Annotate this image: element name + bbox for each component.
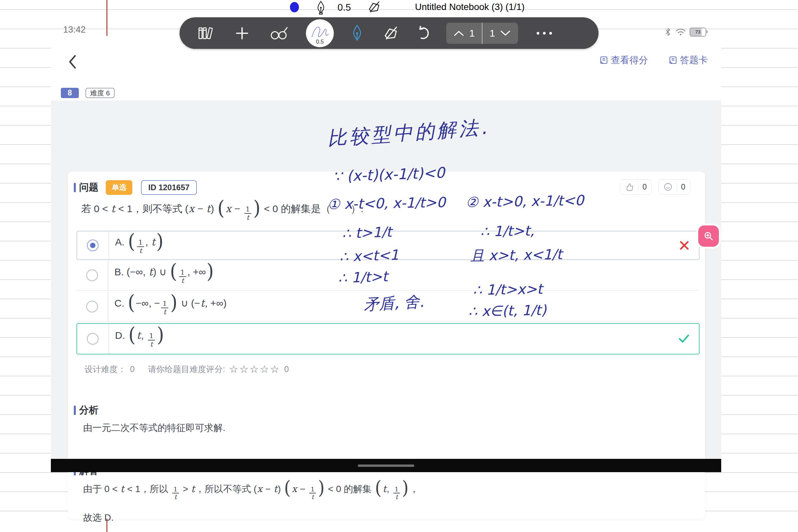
thumbs-up-icon — [625, 182, 634, 191]
page-up-button[interactable]: 1 — [446, 23, 482, 44]
pen-size-label: 0.5 — [338, 2, 351, 13]
page-number-right: 1 — [490, 27, 495, 39]
option-column-divider — [108, 292, 108, 321]
design-difficulty-label: 设计难度： — [84, 364, 126, 375]
battery-percent: 73 — [695, 29, 701, 35]
option-b-text: B. (−∞, t) ∪ (1t, +∞) — [114, 266, 214, 285]
active-color-dot — [290, 2, 299, 12]
quiz-content-area: 问题 单选 ID 1201657 0 0 若 0 < t < 1，则不等式 (x… — [51, 100, 721, 459]
eraser-status-icon — [366, 0, 381, 14]
question-id-badge: ID 1201657 — [141, 180, 197, 195]
home-indicator[interactable] — [358, 464, 414, 467]
back-button[interactable] — [68, 55, 77, 69]
magnifier-plus-icon — [703, 230, 714, 242]
radio-option-a[interactable] — [87, 240, 99, 251]
rating-prompt: 请你给题目难度评分: — [148, 364, 225, 375]
single-choice-badge: 单选 — [106, 180, 132, 195]
option-a-text: A. (1t, t) — [115, 236, 164, 255]
radio-option-c[interactable] — [86, 301, 98, 312]
fountain-pen-tool-icon[interactable] — [350, 25, 364, 42]
rating-stars[interactable]: ☆☆☆☆☆ — [229, 363, 280, 375]
pill-divider — [638, 183, 639, 191]
more-options-icon[interactable] — [537, 32, 552, 35]
library-icon[interactable] — [197, 26, 214, 40]
option-row-b[interactable]: B. (−∞, t) ∪ (1t, +∞) — [76, 261, 698, 291]
correct-mark-icon — [678, 334, 690, 344]
option-row-d[interactable]: D. (t, 1t) — [76, 323, 700, 355]
analysis-body: 由一元二次不等式的特征即可求解. — [83, 422, 225, 434]
option-row-c[interactable]: C. (−∞, −1t) ∪ (−t, +∞) — [76, 292, 698, 322]
page-navigator: 1 1 — [446, 23, 518, 44]
option-column-divider — [108, 324, 109, 354]
radio-option-b[interactable] — [86, 269, 98, 281]
status-time: 13:42 — [63, 25, 86, 35]
wrong-mark-icon — [679, 240, 690, 251]
screenshot-letterbox — [51, 459, 721, 472]
battery-icon: 73 — [690, 27, 706, 37]
radio-option-d[interactable] — [87, 333, 99, 345]
option-column-divider — [108, 261, 108, 290]
rating-score: 0 — [284, 364, 289, 374]
answer-sheet-label: 答题卡 — [680, 54, 708, 66]
design-difficulty-value: 0 — [130, 364, 135, 374]
like-count: 0 — [642, 183, 647, 191]
section-accent-bar — [74, 406, 76, 415]
question-section-title: 问题 — [79, 181, 98, 194]
pen-status-icon — [315, 1, 326, 15]
answer-sheet-button[interactable]: 答题卡 — [669, 54, 708, 66]
analysis-section-title: 分析 — [79, 404, 98, 417]
wifi-icon — [675, 27, 686, 37]
back-chevron-icon — [68, 55, 77, 69]
pill-divider — [677, 183, 677, 191]
zoom-tool-button[interactable] — [698, 225, 719, 247]
answer-sheet-icon — [669, 56, 677, 64]
add-page-icon[interactable] — [233, 26, 251, 41]
quiz-screenshot: 查看得分 答题卡 8 难度 6 问题 单选 ID 1201657 0 — [51, 36, 721, 472]
chevron-down-icon — [500, 30, 511, 37]
smiley-icon — [663, 182, 673, 191]
view-score-button[interactable]: 查看得分 — [600, 54, 648, 66]
eraser-tool-icon[interactable] — [382, 25, 399, 41]
chevron-up-icon — [453, 30, 464, 37]
question-number-badge[interactable]: 8 — [61, 88, 79, 98]
stroke-preview-button[interactable]: 0.5 — [306, 19, 334, 47]
question-text: 若 0 < t < 1，则不等式 (x − t) (x − 1t) < 0 的解… — [81, 202, 363, 222]
difficulty-badge: 难度 6 — [86, 88, 115, 98]
notes-toolbar: 0.5 1 1 — [179, 17, 598, 49]
view-score-label: 查看得分 — [611, 54, 648, 66]
option-c-text: C. (−∞, −1t) ∪ (−t, +∞) — [114, 297, 227, 316]
read-mode-icon[interactable] — [269, 26, 289, 40]
option-column-divider — [108, 231, 109, 259]
page-down-button[interactable]: 1 — [482, 23, 518, 44]
answer-line-1: 由于 0 < t < 1，所以 1t > t，所以不等式 (x − t) (x … — [83, 483, 419, 501]
answer-line-2: 故选 D. — [83, 511, 114, 524]
notebook-title: Untitled Notebook (3) (1/1) — [415, 2, 525, 12]
like-counter[interactable]: 0 — [620, 179, 652, 194]
score-doc-icon — [600, 56, 608, 64]
smile-counter[interactable]: 0 — [658, 179, 690, 194]
undo-icon[interactable] — [416, 26, 431, 41]
option-d-text: D. (t, 1t) — [115, 329, 165, 348]
stroke-preview-scribble — [309, 23, 330, 40]
option-row-a[interactable]: A. (1t, t) — [76, 231, 700, 260]
page-number-left: 1 — [469, 27, 475, 39]
section-accent-bar — [74, 183, 76, 192]
smile-count: 0 — [681, 183, 685, 191]
bluetooth-icon — [664, 27, 672, 37]
